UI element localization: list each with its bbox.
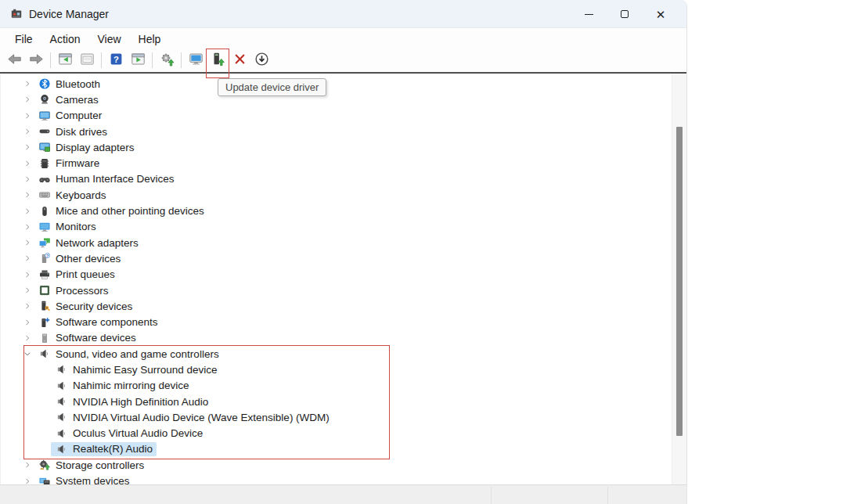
tree-item[interactable]: Cameras <box>1 92 672 107</box>
tree-item-label: Keyboards <box>56 189 106 201</box>
forward-button[interactable] <box>26 50 46 70</box>
tree-item-body: NVIDIA Virtual Audio Device (Wave Extens… <box>51 410 333 424</box>
tree-item[interactable]: Mice and other pointing devices <box>1 203 672 218</box>
speaker-icon <box>56 395 68 408</box>
scrollbar-thumb[interactable] <box>676 127 683 436</box>
vertical-scrollbar[interactable] <box>672 74 686 484</box>
computer-icon <box>38 110 51 122</box>
chevron-right-icon[interactable] <box>21 221 34 233</box>
strip-divider <box>491 487 492 504</box>
tree-item[interactable]: NVIDIA Virtual Audio Device (Wave Extens… <box>1 409 672 425</box>
speaker-icon <box>56 443 68 455</box>
tree-item-label: Bluetooth <box>56 78 100 90</box>
speaker-icon <box>56 380 68 392</box>
action-pane-button[interactable] <box>128 50 148 70</box>
tree-item[interactable]: Sound, video and game controllers <box>1 346 672 362</box>
tree-item[interactable]: Firmware <box>1 155 672 171</box>
properties-button[interactable] <box>77 50 97 70</box>
scan-hardware-changes-button[interactable] <box>157 50 177 70</box>
minimize-button[interactable] <box>571 1 607 27</box>
close-button[interactable]: ✕ <box>643 1 679 27</box>
tree-item-label: Sound, video and game controllers <box>56 348 219 360</box>
tree-item[interactable]: Monitors <box>1 219 672 235</box>
tree-item-label: Print queues <box>56 268 115 280</box>
tree-item-body: Storage controllers <box>34 458 148 472</box>
menu-action[interactable]: Action <box>43 31 88 47</box>
tree-item-label: Software components <box>56 316 158 328</box>
chevron-right-icon[interactable] <box>21 236 34 249</box>
chevron-right-icon[interactable] <box>21 332 34 344</box>
chevron-right-icon[interactable] <box>21 189 34 201</box>
system-icon <box>38 475 51 484</box>
display-adapter-icon <box>38 141 51 153</box>
tree-item-body: System devices <box>34 474 134 484</box>
computer-button[interactable] <box>186 50 206 70</box>
tree-item[interactable]: Human Interface Devices <box>1 171 672 187</box>
help-button[interactable]: ? <box>106 50 126 70</box>
menu-view[interactable]: View <box>90 31 128 47</box>
hid-icon <box>38 173 51 185</box>
tree-item[interactable]: Display adapters <box>1 139 672 155</box>
chevron-right-icon[interactable] <box>21 300 34 312</box>
tree-item[interactable]: Keyboards <box>1 187 672 203</box>
tree-item[interactable]: Security devices <box>1 298 672 314</box>
menu-help[interactable]: Help <box>131 31 168 47</box>
chevron-right-icon[interactable] <box>21 110 34 122</box>
bluetooth-icon <box>38 77 51 90</box>
uninstall-device-button[interactable] <box>229 50 250 70</box>
tree-item[interactable]: Computer <box>1 108 672 124</box>
back-button[interactable] <box>4 50 24 70</box>
printer-icon <box>38 268 51 281</box>
tree-item[interactable]: Software devices <box>1 330 672 346</box>
tree-item[interactable]: Print queues <box>1 267 672 283</box>
chevron-right-icon[interactable] <box>21 157 34 170</box>
chevron-spacer <box>38 443 51 455</box>
tree-item[interactable]: Network adapters <box>1 235 672 250</box>
chevron-right-icon[interactable] <box>21 141 34 153</box>
tree-item[interactable]: Software components <box>1 314 672 329</box>
camera-icon <box>38 93 51 106</box>
tree-item-body: Print queues <box>34 268 119 282</box>
console-tree-button[interactable] <box>55 50 75 70</box>
close-icon: ✕ <box>656 9 666 20</box>
chevron-down-icon[interactable] <box>21 347 34 360</box>
chevron-right-icon[interactable] <box>21 173 34 185</box>
disable-device-button[interactable] <box>251 50 272 70</box>
update-driver-button[interactable] <box>207 50 228 70</box>
tree-item[interactable]: Nahimic Easy Surround device <box>1 362 672 377</box>
chevron-right-icon[interactable] <box>21 125 34 138</box>
chevron-right-icon[interactable] <box>21 77 34 90</box>
toolbar-separator <box>152 52 153 68</box>
tree-item[interactable]: Oculus Virtual Audio Device <box>1 426 672 441</box>
tree-item[interactable]: NVIDIA High Definition Audio <box>1 394 672 409</box>
chevron-right-icon[interactable] <box>21 284 34 297</box>
tree-item-label: Display adapters <box>56 142 135 153</box>
firmware-icon <box>38 157 51 170</box>
maximize-button[interactable] <box>607 1 643 27</box>
toolbar-separator <box>101 52 102 68</box>
console-tree-icon <box>58 52 73 69</box>
tree-item[interactable]: ?Other devices <box>1 250 672 266</box>
menu-file[interactable]: File <box>8 31 40 47</box>
chevron-right-icon[interactable] <box>21 93 34 106</box>
chevron-right-icon[interactable] <box>21 459 34 471</box>
tree-item[interactable]: Realtek(R) Audio <box>1 441 672 457</box>
tree-item-body: Keyboards <box>34 188 110 202</box>
tree-item[interactable]: Disk drives <box>1 124 672 139</box>
chevron-right-icon[interactable] <box>21 475 34 484</box>
tree-item[interactable]: Processors <box>1 283 672 298</box>
chevron-right-icon[interactable] <box>21 316 34 329</box>
svg-text:?: ? <box>113 55 119 64</box>
tree-item-label: NVIDIA High Definition Audio <box>73 396 208 408</box>
chevron-right-icon[interactable] <box>21 205 34 218</box>
tree-item[interactable]: Bluetooth <box>1 76 672 92</box>
maximize-icon <box>621 10 629 18</box>
keyboard-icon <box>38 189 51 201</box>
chevron-right-icon[interactable] <box>21 252 34 265</box>
tree-item[interactable]: System devices <box>1 473 672 484</box>
tree-item-body: Firmware <box>34 157 103 171</box>
speaker-icon <box>56 411 68 423</box>
tree-item[interactable]: Nahimic mirroring device <box>1 378 672 394</box>
tree-item[interactable]: Storage controllers <box>1 457 672 473</box>
chevron-right-icon[interactable] <box>21 268 34 281</box>
